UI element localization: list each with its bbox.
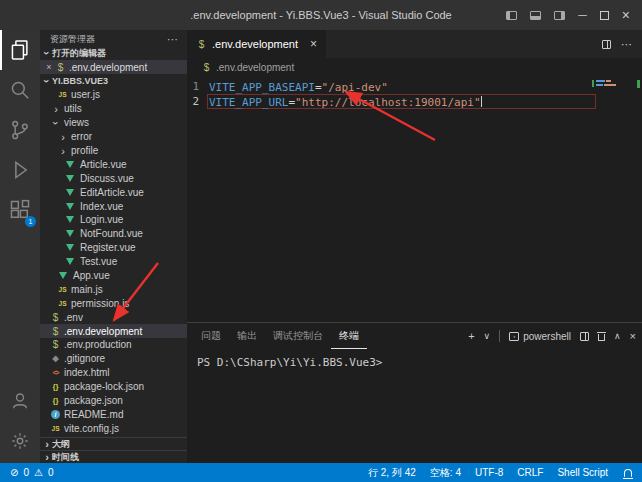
tree-item-App.vue[interactable]: App.vue (40, 269, 187, 283)
timeline-section-header[interactable]: › 时间线 (40, 450, 187, 463)
tree-item-.env.production[interactable]: $.env.production (40, 338, 187, 352)
tree-item-main.js[interactable]: JSmain.js (40, 282, 187, 296)
token-op: = (315, 81, 322, 94)
tree-item-Article.vue[interactable]: Article.vue (40, 157, 187, 171)
language-mode-status[interactable]: Shell Script (557, 467, 608, 478)
eol-status[interactable]: CRLF (517, 467, 543, 478)
tree-item-.env[interactable]: $.env (40, 310, 187, 324)
tree-item-Register.vue[interactable]: Register.vue (40, 241, 187, 255)
tree-item-index.html[interactable]: <>index.html (40, 366, 187, 380)
tree-item-.env.development[interactable]: $.env.development (40, 324, 187, 338)
more-actions-icon[interactable]: ⋯ (621, 38, 632, 51)
readme-file-icon: i (51, 410, 60, 419)
line-number: 1 (187, 79, 207, 94)
tree-item-Test.vue[interactable]: Test.vue (40, 255, 187, 269)
panel-tab-终端[interactable]: 终端 (331, 323, 367, 349)
open-editors-section-header[interactable]: › 打开的编辑器 (40, 46, 187, 60)
tree-item-package.json[interactable]: {}package.json (40, 394, 187, 408)
js-file-icon: JS (57, 284, 68, 295)
split-terminal-icon[interactable] (580, 332, 589, 341)
minimap[interactable] (596, 80, 630, 120)
tree-item-vite.config.js[interactable]: JSvite.config.js (40, 421, 187, 435)
minimap-line (596, 80, 630, 82)
close-window-button[interactable]: × (622, 8, 630, 22)
encoding-status[interactable]: UTF-8 (475, 467, 503, 478)
problems-status[interactable]: ⊘ 0 ⚠ 0 (10, 467, 53, 478)
terminal-instance-item[interactable]: › powershell (509, 331, 571, 342)
source-control-icon (9, 119, 31, 141)
kill-terminal-icon[interactable] (598, 334, 605, 341)
project-section-header[interactable]: › YI.BBS.VUE3 (40, 74, 187, 88)
cursor-position-status[interactable]: 行 2, 列 42 (368, 466, 416, 480)
close-icon[interactable]: × (44, 62, 54, 72)
token-key: VITE_APP_BASEAPI (209, 81, 315, 94)
editor-tab-env-development[interactable]: $ .env.development × (187, 30, 326, 58)
open-editors-label: 打开的编辑器 (52, 47, 106, 60)
file-label: index.html (64, 367, 110, 378)
file-label: Register.vue (80, 242, 136, 253)
code-lines: 1VITE_APP_BASEAPI="/api-dev"2VITE_APP_UR… (187, 79, 642, 109)
activity-run-debug[interactable] (0, 150, 40, 190)
account-icon (10, 391, 30, 411)
toggle-secondary-sidebar-icon[interactable] (554, 11, 565, 20)
vue-file-icon (66, 175, 74, 182)
breadcrumb[interactable]: $ .env.development (187, 58, 642, 76)
maximize-panel-icon[interactable]: ∧ (614, 332, 621, 341)
activity-extensions[interactable]: 1 (0, 190, 40, 230)
status-bar: ⊘ 0 ⚠ 0 行 2, 列 42 空格: 4 UTF-8 CRLF Shell… (0, 463, 642, 482)
activity-explorer[interactable] (0, 30, 40, 70)
tree-item-views[interactable]: ›views (40, 116, 187, 130)
minimize-button[interactable]: ─ (578, 9, 587, 21)
sidebar-title: 资源管理器 (50, 33, 95, 46)
json-file-icon: {} (50, 381, 61, 392)
divider (499, 330, 500, 342)
close-tab-icon[interactable]: × (310, 37, 317, 51)
tree-item-Index.vue[interactable]: Index.vue (40, 199, 187, 213)
split-editor-icon[interactable] (602, 40, 611, 49)
warning-count: 0 (48, 467, 54, 478)
json-file-icon: {} (50, 395, 61, 406)
panel-tab-输出[interactable]: 输出 (229, 323, 265, 349)
code-line-2[interactable]: 2VITE_APP_URL="http://localhost:19001/ap… (187, 94, 642, 109)
tree-item-Login.vue[interactable]: Login.vue (40, 213, 187, 227)
file-tree: JSuser.js›utils›views›error›profileArtic… (40, 88, 187, 437)
open-editor-item[interactable]: × $ .env.development (40, 60, 187, 74)
file-label: Login.vue (80, 214, 123, 225)
panel-tab-调试控制台[interactable]: 调试控制台 (265, 323, 331, 349)
terminal-profile-chevron-icon[interactable]: ∨ (484, 332, 491, 341)
tree-item-README.md[interactable]: iREADME.md (40, 407, 187, 421)
tree-item-Discuss.vue[interactable]: Discuss.vue (40, 171, 187, 185)
tree-item-NotFound.vue[interactable]: NotFound.vue (40, 227, 187, 241)
more-actions-icon[interactable]: ⋯ (167, 33, 179, 46)
code-editor[interactable]: 1VITE_APP_BASEAPI="/api-dev"2VITE_APP_UR… (187, 76, 642, 322)
file-label: .env (64, 312, 83, 323)
notifications-bell-icon[interactable] (624, 469, 632, 477)
tree-item-error[interactable]: ›error (40, 130, 187, 144)
explorer-sidebar: 资源管理器 ⋯ › 打开的编辑器 × $ .env.development › … (40, 30, 187, 463)
tree-item-user.js[interactable]: JSuser.js (40, 88, 187, 102)
account-button[interactable] (0, 381, 40, 421)
toggle-sidebar-icon[interactable] (506, 11, 517, 20)
token-string: "/api-dev" (322, 81, 388, 94)
tree-item-EditArticle.vue[interactable]: EditArticle.vue (40, 185, 187, 199)
close-panel-icon[interactable]: × (630, 331, 636, 342)
tree-item-.gitignore[interactable]: ◆.gitignore (40, 352, 187, 366)
indentation-status[interactable]: 空格: 4 (430, 466, 461, 480)
tree-item-utils[interactable]: ›utils (40, 102, 187, 116)
new-terminal-icon[interactable]: + (468, 331, 474, 342)
tree-item-package-lock.json[interactable]: {}package-lock.json (40, 380, 187, 394)
outline-section-header[interactable]: › 大纲 (40, 437, 187, 450)
file-label: error (71, 131, 92, 142)
activity-source-control[interactable] (0, 110, 40, 150)
terminal-content[interactable]: PS D:\CSharp\Yi\Yi.BBS.Vue3> (187, 349, 642, 463)
tree-item-permission.js[interactable]: JSpermission.js (40, 296, 187, 310)
settings-button[interactable] (0, 421, 40, 461)
code-line-1[interactable]: 1VITE_APP_BASEAPI="/api-dev" (187, 79, 642, 94)
chevron-right-icon: › (42, 452, 52, 462)
sidebar-header: 资源管理器 ⋯ (40, 30, 187, 46)
panel-tab-问题[interactable]: 问题 (193, 323, 229, 349)
tree-item-profile[interactable]: ›profile (40, 144, 187, 158)
maximize-button[interactable] (600, 11, 609, 20)
activity-search[interactable] (0, 70, 40, 110)
toggle-panel-icon[interactable] (530, 11, 541, 20)
